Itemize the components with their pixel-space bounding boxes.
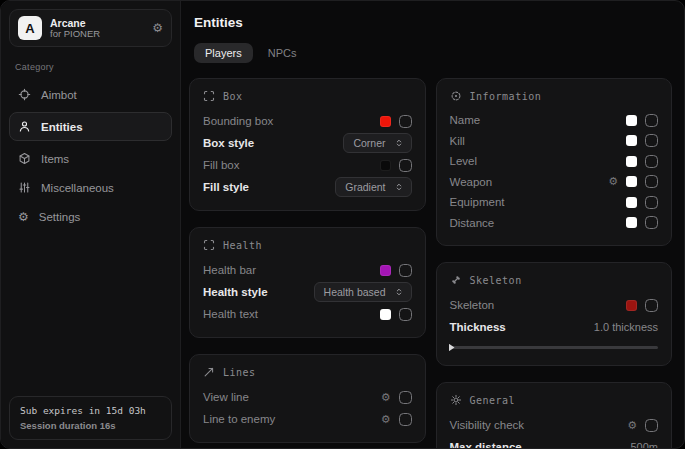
card-title: Health (223, 240, 262, 251)
category-label: Category (15, 62, 172, 72)
setting-label: Fill style (203, 181, 249, 193)
color-swatch[interactable] (626, 217, 637, 228)
crosshair-icon (18, 88, 31, 101)
setting-label: Equipment (450, 196, 505, 208)
checkbox[interactable] (645, 299, 658, 312)
health-style-select[interactable]: Health based (314, 282, 412, 302)
health-card: Health Health bar Health style Health ba… (189, 227, 426, 338)
box-style-select[interactable]: Corner (343, 133, 411, 153)
setting-row: Thickness 1.0 thickness (450, 316, 659, 338)
setting-label: Fill box (203, 159, 239, 171)
setting-row: Fill box (203, 154, 412, 176)
checkbox[interactable] (645, 114, 658, 127)
subscription-card: Sub expires in 15d 03h Session duration … (9, 396, 172, 440)
settings-gear-icon[interactable]: ⚙ (152, 22, 163, 34)
sidebar-item-entities[interactable]: Entities (9, 112, 172, 141)
checkbox[interactable] (399, 413, 412, 426)
bone-icon (450, 274, 462, 286)
unfold-icon (394, 138, 404, 148)
setting-row: Kill (450, 131, 659, 152)
card-title: Skeleton (470, 275, 522, 286)
setting-label: Weapon (450, 176, 493, 188)
card-title: Box (223, 91, 243, 102)
tab-players[interactable]: Players (194, 43, 253, 63)
color-swatch[interactable] (380, 116, 391, 127)
color-swatch[interactable] (626, 176, 637, 187)
checkbox[interactable] (399, 264, 412, 277)
setting-row: Health style Health based (203, 281, 412, 303)
session-duration-text: Session duration 16s (20, 420, 161, 431)
sun-icon (450, 394, 462, 406)
color-swatch[interactable] (626, 197, 637, 208)
tab-npcs[interactable]: NPCs (257, 43, 308, 63)
setting-label: Health style (203, 286, 268, 298)
app-subtitle: for PIONER (50, 29, 100, 40)
row-gear-icon[interactable]: ⚙ (381, 392, 391, 403)
setting-label: Thickness (450, 321, 506, 333)
setting-row: Health bar (203, 259, 412, 281)
sub-expiry-text: Sub expires in 15d 03h (20, 405, 161, 416)
color-swatch[interactable] (626, 300, 637, 311)
color-swatch[interactable] (380, 160, 391, 171)
scan-brackets-icon (203, 90, 215, 102)
setting-row: Box style Corner (203, 132, 412, 154)
setting-row: Equipment (450, 192, 659, 213)
checkbox[interactable] (645, 155, 658, 168)
setting-label: Health bar (203, 264, 256, 276)
thickness-slider[interactable] (450, 346, 659, 349)
unfold-icon (394, 182, 404, 192)
checkbox[interactable] (399, 391, 412, 404)
max-distance-value: 500m (630, 441, 658, 448)
unfold-icon (394, 287, 404, 297)
information-card: Information Name Kill (436, 78, 673, 246)
page-title: Entities (194, 15, 672, 30)
card-title: Information (470, 91, 542, 102)
checkbox[interactable] (645, 419, 658, 432)
checkbox[interactable] (399, 115, 412, 128)
checkbox[interactable] (645, 134, 658, 147)
color-swatch[interactable] (626, 135, 637, 146)
row-gear-icon[interactable]: ⚙ (381, 414, 391, 425)
setting-row: View line ⚙ (203, 386, 412, 408)
scan-brackets-icon (203, 239, 215, 251)
setting-row: Skeleton (450, 294, 659, 316)
sidebar-item-label: Miscellaneous (41, 182, 114, 194)
row-gear-icon[interactable]: ⚙ (627, 420, 637, 431)
color-swatch[interactable] (626, 115, 637, 126)
setting-label: Name (450, 114, 481, 126)
card-title: Lines (223, 367, 256, 378)
checkbox[interactable] (645, 175, 658, 188)
setting-label: Level (450, 155, 478, 167)
color-swatch[interactable] (380, 309, 391, 320)
tab-bar: Players NPCs (194, 43, 672, 63)
main-panel: Entities Players NPCs Box Bounding box (181, 1, 684, 448)
setting-row: Visibility check ⚙ (450, 414, 659, 436)
checkbox[interactable] (399, 159, 412, 172)
checkbox[interactable] (399, 308, 412, 321)
box-card: Box Bounding box Box style Corner (189, 78, 426, 211)
checkbox[interactable] (645, 196, 658, 209)
color-swatch[interactable] (380, 265, 391, 276)
setting-label: Distance (450, 217, 495, 229)
setting-row: Line to enemy ⚙ (203, 408, 412, 430)
checkbox[interactable] (645, 216, 658, 229)
setting-label: Bounding box (203, 115, 273, 127)
setting-label: Health text (203, 308, 258, 320)
setting-label: Skeleton (450, 299, 495, 311)
app-window: A Arcane for PIONER ⚙ Category Aimbot En… (0, 0, 685, 449)
sidebar-item-settings[interactable]: ⚙ Settings (9, 202, 172, 231)
person-icon (18, 120, 31, 133)
package-icon (18, 152, 31, 165)
sidebar-item-aimbot[interactable]: Aimbot (9, 80, 172, 109)
color-swatch[interactable] (626, 156, 637, 167)
brand-card: A Arcane for PIONER ⚙ (9, 9, 172, 47)
slider-thumb[interactable] (449, 344, 455, 352)
fill-style-select[interactable]: Gradient (335, 177, 411, 197)
lines-card: Lines View line ⚙ Line to enemy ⚙ (189, 354, 426, 443)
sidebar-item-miscellaneous[interactable]: Miscellaneous (9, 173, 172, 202)
setting-row: Weapon ⚙ (450, 172, 659, 193)
row-gear-icon[interactable]: ⚙ (608, 176, 618, 187)
app-logo: A (18, 16, 42, 40)
sidebar-item-items[interactable]: Items (9, 144, 172, 173)
setting-row: Health text (203, 303, 412, 325)
